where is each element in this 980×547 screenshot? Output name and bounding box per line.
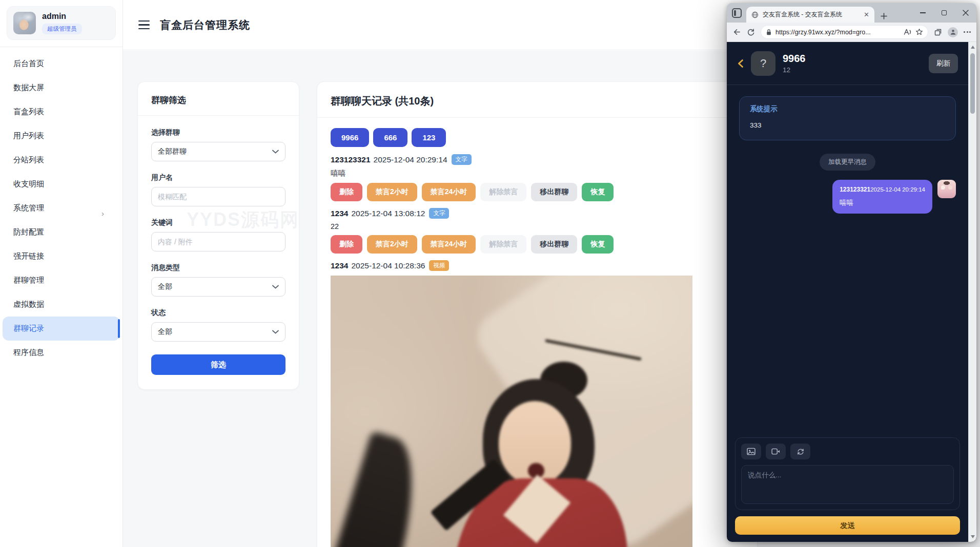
delete-button[interactable]: 删除 <box>331 183 362 201</box>
record-user: 1234 <box>331 261 348 270</box>
sidebar-item-virtual-data[interactable]: 虚拟数据 <box>0 292 122 317</box>
restore-button[interactable]: 恢复 <box>582 235 614 254</box>
read-aloud-icon[interactable] <box>903 28 912 36</box>
sidebar-item-force-link[interactable]: 强开链接 <box>0 244 122 268</box>
system-notice-title: 系统提示 <box>750 104 945 114</box>
chat-header: ? 9966 12 刷新 <box>727 42 968 85</box>
record-type-badge: 视频 <box>429 260 449 271</box>
refresh-icon[interactable] <box>747 28 755 36</box>
load-earlier-button[interactable]: 加载更早消息 <box>820 154 875 171</box>
chat-record: 123123321 2025-12-04 20:29:14 文字 嘻嘻 删除 禁… <box>331 154 744 201</box>
unmute-button[interactable]: 解除禁言 <box>480 235 526 254</box>
record-type-badge: 文字 <box>429 208 449 219</box>
sidebar-item-group-records[interactable]: 群聊记录 <box>3 317 120 341</box>
record-user: 1234 <box>331 209 348 218</box>
status-label: 状态 <box>151 308 285 318</box>
username-input[interactable] <box>151 187 285 206</box>
sidebar-item-data-screen[interactable]: 数据大屏 <box>0 76 122 100</box>
username-label: 用户名 <box>151 173 285 182</box>
scrollbar[interactable] <box>968 42 976 542</box>
keyword-input[interactable] <box>151 232 285 251</box>
hamburger-menu-icon[interactable] <box>138 20 150 30</box>
group-button-666[interactable]: 666 <box>373 128 407 147</box>
status-select[interactable]: 全部 <box>151 322 285 342</box>
record-message: 22 <box>331 222 744 230</box>
user-card: admin 超级管理员 <box>7 6 116 40</box>
chat-record: 1234 2025-12-04 10:28:36 视频 <box>331 260 744 547</box>
remove-from-group-button[interactable]: 移出群聊 <box>531 235 577 254</box>
sync-messages-button[interactable] <box>790 444 810 459</box>
sidebar-item-group-manage[interactable]: 群聊管理 <box>0 268 122 292</box>
maximize-button[interactable] <box>933 3 955 23</box>
chat-app: ? 9966 12 刷新 系统提示 333 加载更早消息 <box>727 42 976 542</box>
back-chevron-icon[interactable] <box>737 59 744 68</box>
mute-24h-button[interactable]: 禁言24小时 <box>422 235 476 254</box>
profile-icon[interactable] <box>948 27 958 37</box>
scroll-down-arrow-icon[interactable] <box>971 535 975 538</box>
globe-icon <box>751 11 759 18</box>
delete-button[interactable]: 删除 <box>331 235 362 254</box>
records-panel: 群聊聊天记录 (共10条) 9966 666 123 123123321 202… <box>317 81 758 547</box>
sidebar-item-program-info[interactable]: 程序信息 <box>0 341 122 365</box>
sidebar-item-dashboard[interactable]: 后台首页 <box>0 52 122 76</box>
records-panel-title: 群聊聊天记录 (共10条) <box>317 82 757 117</box>
restore-button[interactable]: 恢复 <box>582 183 614 201</box>
message-type-select[interactable]: 全部 <box>151 277 285 297</box>
video-attachment[interactable] <box>331 276 692 547</box>
sidebar-item-site-list[interactable]: 分站列表 <box>0 148 122 172</box>
browser-tab[interactable]: 交友盲盒系统 - 交友盲盒系统 ✕ <box>746 7 874 23</box>
filter-panel: 群聊筛选 选择群聊 全部群聊 用户名 关键词 消息类型 全部 状态 <box>137 81 299 390</box>
tab-close-icon[interactable]: ✕ <box>864 11 869 18</box>
sidebar-item-finance[interactable]: 收支明细 <box>0 172 122 196</box>
tab-actions-icon[interactable] <box>732 8 742 18</box>
video-frame-figure <box>331 276 692 547</box>
chevron-down-icon <box>272 285 279 289</box>
sidebar-item-system[interactable]: 系统管理 › <box>0 196 122 220</box>
record-type-badge: 文字 <box>452 154 472 165</box>
mute-24h-button[interactable]: 禁言24小时 <box>422 183 476 201</box>
collections-icon[interactable] <box>934 28 942 36</box>
system-notice-text: 333 <box>750 121 945 129</box>
mute-2h-button[interactable]: 禁言2小时 <box>367 183 417 201</box>
unmute-button[interactable]: 解除禁言 <box>480 183 526 201</box>
message-bubble: 1231233212025-12-04 20:29:14 嘻嘻 <box>832 180 932 214</box>
record-time: 2025-12-04 13:08:12 <box>351 209 425 218</box>
message-avatar <box>937 180 956 198</box>
chat-refresh-button[interactable]: 刷新 <box>929 54 958 73</box>
sidebar-item-antiblock[interactable]: 防封配置 <box>0 220 122 244</box>
chat-message-input[interactable] <box>741 465 954 504</box>
send-button[interactable]: 发送 <box>735 516 960 535</box>
scrollbar-thumb[interactable] <box>970 53 975 114</box>
sidebar-item-box-list[interactable]: 盲盒列表 <box>0 100 122 124</box>
chat-message-list: 系统提示 333 加载更早消息 1231233212025-12-04 20:2… <box>727 85 968 437</box>
address-bar[interactable]: https://grzy.91wx.xyz/?mod=gro... <box>761 25 928 39</box>
image-icon <box>747 448 756 455</box>
back-icon[interactable] <box>732 28 741 36</box>
message-time: 2025-12-04 20:29:14 <box>870 186 925 193</box>
chevron-down-icon <box>272 330 279 334</box>
filter-submit-button[interactable]: 筛选 <box>151 354 285 375</box>
message-type-label: 消息类型 <box>151 263 285 272</box>
send-video-button[interactable] <box>766 444 786 459</box>
minimize-button[interactable] <box>912 3 933 23</box>
sidebar-menu: 后台首页 数据大屏 盲盒列表 用户列表 分站列表 收支明细 系统管理 › 防封配… <box>0 47 122 369</box>
remove-from-group-button[interactable]: 移出群聊 <box>531 183 577 201</box>
group-button-9966[interactable]: 9966 <box>331 128 369 147</box>
favorite-star-icon[interactable] <box>915 28 923 36</box>
close-button[interactable] <box>955 3 976 23</box>
record-user: 123123321 <box>331 155 371 164</box>
group-select[interactable]: 全部群聊 <box>151 142 285 161</box>
send-image-button[interactable] <box>741 444 761 459</box>
group-select-label: 选择群聊 <box>151 128 285 137</box>
browser-tabstrip: 交友盲盒系统 - 交友盲盒系统 ✕ <box>727 3 976 23</box>
page-title: 盲盒后台管理系统 <box>160 18 250 32</box>
group-button-123[interactable]: 123 <box>412 128 446 147</box>
record-time: 2025-12-04 20:29:14 <box>374 155 447 164</box>
browser-menu-icon[interactable] <box>964 31 971 33</box>
new-tab-button[interactable] <box>881 13 887 19</box>
message-text: 嘻嘻 <box>840 198 925 207</box>
sidebar-item-user-list[interactable]: 用户列表 <box>0 124 122 148</box>
scroll-up-arrow-icon[interactable] <box>971 46 975 49</box>
mute-2h-button[interactable]: 禁言2小时 <box>367 235 417 254</box>
group-avatar: ? <box>751 51 775 76</box>
